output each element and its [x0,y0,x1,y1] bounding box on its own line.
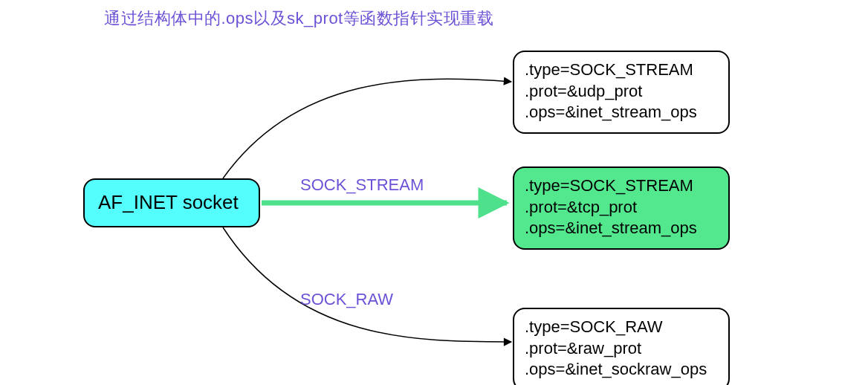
target-node-bottom: .type=SOCK_RAW .prot=&raw_prot .ops=&ine… [513,308,730,385]
target-node-top: .type=SOCK_STREAM .prot=&udp_prot .ops=&… [513,51,730,134]
target-bot-line1: .type=SOCK_RAW [525,317,663,338]
source-node-label: AF_INET socket [98,190,239,216]
diagram-caption: 通过结构体中的.ops以及sk_prot等函数指针实现重载 [104,7,493,30]
target-top-line3: .ops=&inet_stream_ops [525,102,697,123]
edge-top [223,79,511,178]
edge-bottom [223,227,511,342]
target-mid-line2: .prot=&tcp_prot [525,197,637,219]
target-mid-line1: .type=SOCK_STREAM [525,175,693,197]
edge-label-mid: SOCK_STREAM [300,175,424,195]
target-top-line2: .prot=&udp_prot [525,81,642,103]
source-node: AF_INET socket [83,178,260,227]
target-top-line1: .type=SOCK_STREAM [525,59,693,81]
target-bot-line2: .prot=&raw_prot [525,338,641,360]
target-node-mid: .type=SOCK_STREAM .prot=&tcp_prot .ops=&… [513,166,730,250]
target-mid-line3: .ops=&inet_stream_ops [525,218,697,239]
edge-label-bottom: SOCK_RAW [300,290,393,309]
target-bot-line3: .ops=&inet_sockraw_ops [525,359,707,381]
diagram-stage: 通过结构体中的.ops以及sk_prot等函数指针实现重载 AF_INET so… [0,0,868,385]
